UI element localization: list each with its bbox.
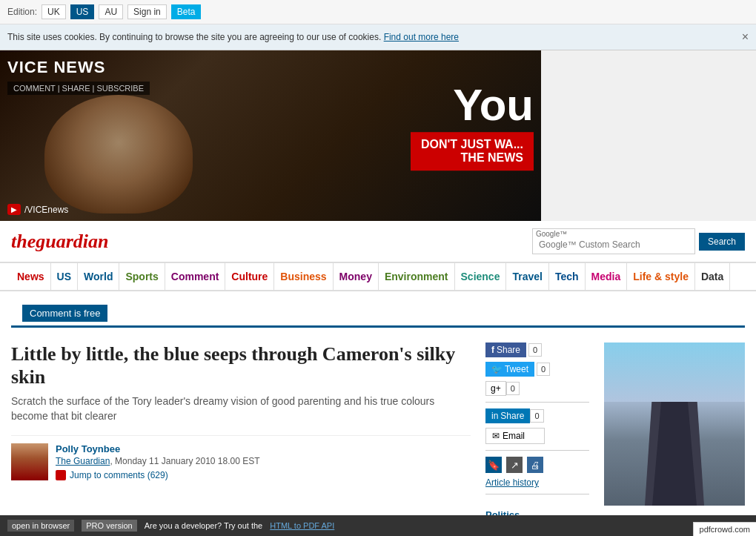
gplus-icon: g+ xyxy=(491,383,501,394)
action-icons: 🔖 ↗ 🖨 xyxy=(485,457,589,473)
nav-news[interactable]: News xyxy=(11,263,51,290)
jump-to-comments[interactable]: Jump to comments (629) xyxy=(56,470,471,480)
google-label: Google™ xyxy=(536,230,567,238)
search-wrapper: Google™ xyxy=(532,228,695,254)
nav-environment[interactable]: Environment xyxy=(379,263,455,290)
article-left: Little by little, the blue seeps through… xyxy=(11,343,471,520)
nav-bar: News US World Sports Comment Culture Bus… xyxy=(0,262,756,291)
linkedin-icon: in xyxy=(491,411,498,421)
youtube-logo: ▶ /VICEnews xyxy=(7,204,68,215)
nav-travel[interactable]: Travel xyxy=(506,263,548,290)
nav-culture[interactable]: Culture xyxy=(225,263,274,290)
nav-tech[interactable]: Tech xyxy=(549,263,586,290)
guardian-logo: theguardian xyxy=(11,231,109,253)
you-overlay: You DON'T JUST WA...THE NEWS xyxy=(411,83,534,171)
article-image xyxy=(604,343,745,506)
linkedin-share-row: in Share 0 xyxy=(485,408,589,423)
nav-us[interactable]: US xyxy=(51,263,78,290)
share-icon[interactable]: ↗ xyxy=(506,457,523,473)
article-standfirst: Scratch the surface of the Tory leader's… xyxy=(11,394,471,423)
edition-us[interactable]: US xyxy=(70,4,95,19)
tw-count: 0 xyxy=(537,363,550,376)
cookie-link[interactable]: Find out more here xyxy=(384,32,459,42)
fb-icon: f xyxy=(491,345,494,355)
edition-label: Edition: xyxy=(7,7,37,17)
gplus-count: 0 xyxy=(506,382,520,395)
close-icon[interactable]: × xyxy=(742,30,749,44)
author-meta: The Guardian, Monday 11 January 2010 18.… xyxy=(56,456,471,466)
gplus-share-row: g+ 0 xyxy=(485,381,589,396)
author-section: Polly Toynbee The Guardian, Monday 11 Ja… xyxy=(11,435,471,480)
video-area: VICE NEWS COMMENT | SHARE | SUBSCRIBE Yo… xyxy=(0,50,541,221)
author-name[interactable]: Polly Toynbee xyxy=(56,443,471,454)
cta-button: DON'T JUST WA...THE NEWS xyxy=(411,132,534,171)
search-area: Google™ Search xyxy=(532,228,745,254)
cookie-bar: This site uses cookies. By continuing to… xyxy=(0,24,756,50)
building-image xyxy=(604,343,745,506)
section-divider xyxy=(11,325,745,328)
print-icon[interactable]: 🖨 xyxy=(527,457,543,473)
social-area: f Share 0 🐦 Tweet 0 g+ 0 in Share xyxy=(485,343,589,520)
open-browser[interactable]: open in browser xyxy=(7,520,74,528)
linkedin-count: 0 xyxy=(530,409,543,423)
nav-business[interactable]: Business xyxy=(274,263,333,290)
nav-science[interactable]: Science xyxy=(455,263,507,290)
author-info: Polly Toynbee The Guardian, Monday 11 Ja… xyxy=(56,443,471,480)
footer-cta: Are you a developer? Try out the xyxy=(145,521,263,528)
article-title: Little by little, the blue seeps through… xyxy=(11,343,471,388)
yt-icon: ▶ xyxy=(7,204,21,215)
pdfcrowd-logo: pdfcrowd.com xyxy=(693,522,756,528)
facebook-share-button[interactable]: f Share xyxy=(485,343,526,357)
search-button[interactable]: Search xyxy=(699,233,745,251)
html-pdf-link[interactable]: HTML to PDF API xyxy=(270,521,334,528)
separator xyxy=(485,402,589,403)
nav-sports[interactable]: Sports xyxy=(119,263,165,290)
cookie-message: This site uses cookies. By continuing to… xyxy=(7,32,459,42)
nav-lifestyle[interactable]: Life & style xyxy=(627,263,695,290)
article-date: Monday 11 January 2010 18.00 EST xyxy=(115,456,259,466)
bookmark-icon[interactable]: 🔖 xyxy=(485,457,502,473)
pro-version[interactable]: PRO version xyxy=(82,520,136,528)
nav-media[interactable]: Media xyxy=(586,263,628,290)
main-content: Little by little, the blue seeps through… xyxy=(0,335,756,528)
guardian-header: theguardian Google™ Search xyxy=(0,221,756,262)
email-icon: ✉ xyxy=(492,431,500,441)
email-button[interactable]: ✉ Email xyxy=(485,428,545,444)
nav-world[interactable]: World xyxy=(78,263,119,290)
top-bar: Edition: UK US AU Sign in Beta xyxy=(0,0,756,24)
twitter-share-button[interactable]: 🐦 Tweet xyxy=(485,362,534,377)
right-ad-area xyxy=(541,50,756,221)
gplus-button[interactable]: g+ xyxy=(485,381,506,396)
logo-prefix: the xyxy=(11,231,36,252)
signin-button[interactable]: Sign in xyxy=(127,4,167,19)
edition-au[interactable]: AU xyxy=(99,4,123,19)
linkedin-share-button[interactable]: in Share xyxy=(485,408,530,423)
twitter-share-row: 🐦 Tweet 0 xyxy=(485,362,589,377)
vice-logo: VICE NEWS xyxy=(7,58,105,77)
article-history-link[interactable]: Article history xyxy=(485,477,539,488)
twitter-icon: 🐦 xyxy=(491,364,503,374)
nav-comment[interactable]: Comment xyxy=(165,263,226,290)
facebook-share-row: f Share 0 xyxy=(485,343,589,357)
fb-count: 0 xyxy=(528,343,542,357)
comments-icon xyxy=(56,470,66,480)
email-share-row: ✉ Email xyxy=(485,428,589,444)
comment-is-free-tag: Comment is free xyxy=(22,305,107,322)
comment-bar: COMMENT | SHARE | SUBSCRIBE xyxy=(7,82,150,95)
avatar xyxy=(11,443,48,480)
beta-button[interactable]: Beta xyxy=(171,4,202,19)
separator-2 xyxy=(485,450,589,451)
nav-data[interactable]: Data xyxy=(695,263,730,290)
edition-uk[interactable]: UK xyxy=(42,4,66,19)
nav-money[interactable]: Money xyxy=(334,263,379,290)
footer-bar: open in browser PRO version Are you a de… xyxy=(0,515,756,528)
logo-main: guardian xyxy=(36,231,108,252)
publication-link[interactable]: The Guardian xyxy=(56,456,110,466)
separator-3 xyxy=(485,494,589,494)
ad-banner: VICE NEWS COMMENT | SHARE | SUBSCRIBE Yo… xyxy=(0,50,756,221)
